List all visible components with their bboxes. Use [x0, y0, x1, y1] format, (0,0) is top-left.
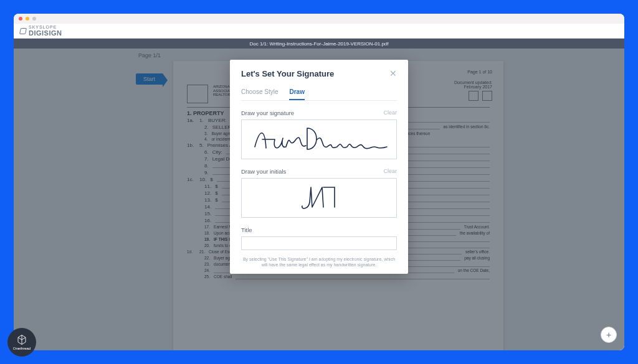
cube-icon [16, 334, 27, 345]
modal-title: Let's Set Your Signature [241, 69, 334, 78]
app-window: SKYSLOPE DIGISIGN Doc 1/1: Writing-Instr… [14, 14, 624, 350]
tab-draw[interactable]: Draw [289, 85, 304, 100]
app-header: SKYSLOPE DIGISIGN [14, 24, 624, 39]
initials-drawing [291, 182, 347, 213]
window-close-dot[interactable] [19, 17, 22, 21]
title-label: Title [241, 226, 252, 233]
clear-initials-button[interactable]: Clear [383, 168, 397, 175]
tab-choose-style[interactable]: Choose Style [241, 85, 278, 100]
close-icon[interactable]: ✕ [389, 68, 397, 78]
signature-drawing [247, 122, 391, 157]
document-name: Doc 1/1: Writing-Instructions-For-Jaime-… [249, 41, 388, 47]
plus-icon: + [606, 330, 611, 340]
badge-label: Onethread [13, 347, 31, 350]
initials-canvas[interactable] [241, 178, 397, 218]
signature-label: Draw your signature [241, 110, 294, 116]
signature-modal: Let's Set Your Signature ✕ Choose Style … [230, 60, 408, 274]
brand-name: DIGISIGN [29, 29, 62, 37]
window-max-dot[interactable] [32, 17, 36, 21]
document-bar: Doc 1/1: Writing-Instructions-For-Jaime-… [14, 39, 624, 49]
initials-label: Draw your initials [241, 168, 286, 175]
clear-signature-button[interactable]: Clear [383, 110, 397, 116]
add-fab-button[interactable]: + [601, 327, 617, 343]
signature-canvas[interactable] [241, 119, 397, 159]
brand-logo: SKYSLOPE DIGISIGN [20, 25, 62, 37]
onethread-badge: Onethread [7, 328, 36, 357]
brand-icon [19, 28, 27, 34]
window-min-dot[interactable] [26, 17, 29, 21]
title-input[interactable] [241, 236, 397, 250]
brand-small: SKYSLOPE [29, 25, 62, 29]
canvas-area: Page 1/1 Start Page 1 of 10 Document upd… [14, 49, 624, 350]
window-titlebar [14, 14, 624, 24]
signature-disclaimer: By selecting "Use This Signature" I am a… [241, 256, 397, 268]
